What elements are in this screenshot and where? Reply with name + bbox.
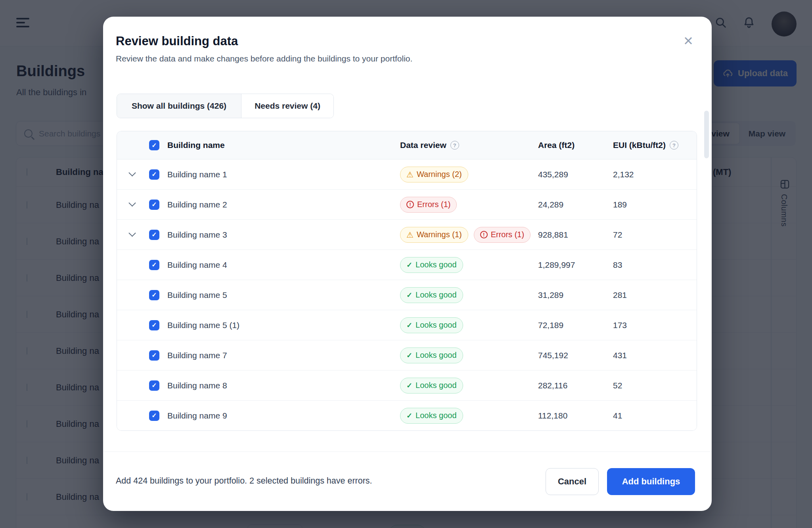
ok-badge: ✓Looks good [400, 257, 463, 273]
review-building-data-modal: Review building data Review the data and… [103, 17, 712, 511]
eui-header-label: EUI (kBtu/ft2) [613, 140, 666, 150]
area-value: 112,180 [538, 411, 567, 420]
ok-badge: ✓Looks good [400, 348, 463, 363]
eui-value: 173 [613, 321, 627, 330]
ok-badge: ✓Looks good [400, 287, 463, 303]
row-checkbox[interactable] [149, 411, 159, 421]
area-value: 435,289 [538, 170, 568, 179]
eui-value: 2,132 [613, 170, 634, 179]
badge-label: Looks good [416, 381, 456, 390]
table-row: Building name 9✓Looks good112,18041 [117, 400, 697, 430]
badge-label: Looks good [416, 290, 456, 300]
badge-label: Looks good [416, 260, 456, 269]
badge-label: Looks good [416, 351, 456, 360]
footer-divider [103, 451, 711, 452]
building-name: Building name 5 [167, 290, 227, 300]
warning-icon: ⚠ [406, 231, 414, 239]
check-icon: ✓ [406, 292, 412, 299]
chevron-down-icon[interactable] [130, 231, 135, 238]
eui-value: 189 [613, 200, 627, 209]
data-review-cell: ⚠Warnings (1)!Errors (1) [400, 227, 530, 243]
row-checkbox[interactable] [149, 169, 159, 180]
add-buildings-button[interactable]: Add buildings [607, 468, 695, 495]
building-name: Building name 5 (1) [167, 321, 239, 330]
table-row: Building name 5✓Looks good31,289281 [117, 280, 697, 310]
review-table-header: Building name Data review Area (ft2) EUI… [117, 131, 697, 159]
data-review-cell: ✓Looks good [400, 408, 463, 424]
row-checkbox[interactable] [149, 320, 159, 330]
column-header-area[interactable]: Area (ft2) [538, 140, 575, 150]
area-value: 282,116 [538, 381, 567, 390]
table-row: Building name 5 (1)✓Looks good72,189173 [117, 310, 697, 340]
warning-badge: ⚠Warnings (1) [400, 227, 468, 243]
data-review-cell: ✓Looks good [400, 378, 463, 394]
data-review-cell: ✓Looks good [400, 287, 463, 303]
modal-scrollbar[interactable] [704, 111, 709, 158]
eui-value: 83 [613, 260, 622, 270]
table-row: Building name 2!Errors (1)24,289189 [117, 189, 697, 219]
column-header-building-name[interactable]: Building name [167, 140, 225, 150]
modal-table-rows: Building name 1⚠Warnings (2)435,2892,132… [117, 159, 697, 430]
building-name: Building name 1 [167, 170, 227, 179]
building-name: Building name 3 [167, 230, 227, 240]
area-value: 928,881 [538, 230, 568, 240]
row-checkbox[interactable] [149, 380, 159, 391]
data-review-header-label: Data review [400, 140, 446, 150]
row-checkbox[interactable] [149, 290, 159, 300]
screen: Buildings All the buildings in Search bu… [0, 0, 812, 528]
footer-summary: Add 424 buildings to your portfolio. 2 s… [116, 476, 372, 486]
select-all-checkbox[interactable] [149, 140, 159, 150]
building-name: Building name 9 [167, 411, 227, 420]
badge-label: Errors (1) [417, 200, 450, 209]
column-header-data-review[interactable]: Data review [400, 140, 459, 150]
tab-needs-review[interactable]: Needs review (4) [241, 94, 333, 118]
data-review-cell: ✓Looks good [400, 317, 463, 333]
row-checkbox[interactable] [149, 350, 159, 361]
data-review-cell: ⚠Warnings (2) [400, 167, 468, 182]
area-value: 745,192 [538, 351, 568, 360]
warning-badge: ⚠Warnings (2) [400, 167, 468, 182]
table-row: Building name 1⚠Warnings (2)435,2892,132 [117, 159, 697, 189]
chevron-down-icon[interactable] [130, 201, 135, 208]
area-value: 1,289,997 [538, 260, 575, 270]
row-checkbox[interactable] [149, 260, 159, 270]
close-icon[interactable]: ✕ [679, 32, 698, 51]
check-icon: ✓ [406, 412, 412, 419]
data-review-cell: ✓Looks good [400, 257, 463, 273]
eui-value: 41 [613, 411, 622, 420]
eui-value: 431 [613, 351, 627, 360]
table-row: Building name 7✓Looks good745,192431 [117, 340, 697, 370]
chevron-down-icon[interactable] [130, 171, 135, 178]
area-value: 31,289 [538, 290, 563, 300]
modal-subtitle: Review the data and make changes before … [116, 54, 412, 63]
building-name: Building name 7 [167, 351, 227, 360]
check-icon: ✓ [406, 322, 412, 329]
check-icon: ✓ [406, 261, 412, 269]
data-review-cell: !Errors (1) [400, 197, 457, 213]
help-icon[interactable] [670, 141, 678, 150]
ok-badge: ✓Looks good [400, 378, 463, 394]
warning-icon: ⚠ [406, 171, 414, 179]
table-row: Building name 8✓Looks good282,11652 [117, 370, 697, 400]
eui-value: 281 [613, 290, 627, 300]
column-header-eui[interactable]: EUI (kBtu/ft2) [613, 140, 678, 150]
eui-value: 72 [613, 230, 622, 240]
error-icon: ! [406, 201, 414, 208]
badge-label: Looks good [416, 411, 456, 420]
ok-badge: ✓Looks good [400, 408, 463, 424]
tab-show-all-buildings[interactable]: Show all buildings (426) [117, 94, 241, 118]
eui-value: 52 [613, 381, 622, 390]
data-review-cell: ✓Looks good [400, 348, 463, 363]
badge-label: Errors (1) [491, 230, 524, 239]
cancel-button[interactable]: Cancel [546, 468, 599, 495]
error-icon: ! [480, 231, 488, 238]
ok-badge: ✓Looks good [400, 317, 463, 333]
review-table: Building name Data review Area (ft2) EUI… [117, 131, 697, 431]
modal-tabs: Show all buildings (426) Needs review (4… [117, 94, 334, 118]
help-icon[interactable] [450, 141, 459, 150]
check-icon: ✓ [406, 352, 412, 359]
row-checkbox[interactable] [149, 230, 159, 240]
building-name: Building name 2 [167, 200, 227, 209]
badge-label: Warnings (1) [417, 230, 462, 239]
row-checkbox[interactable] [149, 200, 159, 210]
